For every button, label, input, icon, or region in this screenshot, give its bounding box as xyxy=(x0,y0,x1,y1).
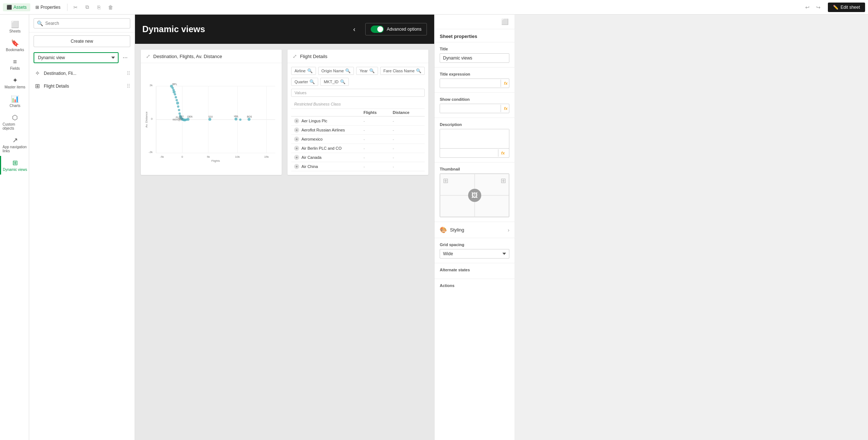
scatter-svg: 2k 0 -2k -5k 0 5k 10k 15k xyxy=(144,67,278,171)
header-airline xyxy=(294,110,363,115)
undo-button[interactable]: ↩ xyxy=(802,2,813,12)
description-fx-button[interactable]: fx xyxy=(498,149,508,157)
add-airline-btn[interactable]: + xyxy=(294,137,299,142)
sheet-properties-header: Sheet properties xyxy=(435,29,514,42)
view-type-select[interactable]: Dynamic view xyxy=(34,52,119,63)
filter-mkt-label: MKT_ID xyxy=(324,80,338,84)
table-row[interactable]: + Air Berlin PLC and CO - - xyxy=(291,144,425,153)
edit-sheet-button[interactable]: ✏️ Edit sheet xyxy=(828,3,865,12)
redo-button[interactable]: ↪ xyxy=(813,2,823,12)
distance-cell: - xyxy=(393,137,422,141)
show-condition-input[interactable] xyxy=(440,104,501,113)
filter-quarter[interactable]: Quarter 🔍 xyxy=(291,78,318,86)
asset-list: ✧ Destination, Fli... ⠿ ⊞ Flight Details… xyxy=(29,65,135,94)
distance-cell: - xyxy=(393,119,422,123)
sidebar-item-custom-objects[interactable]: ⬡ Custom objects xyxy=(0,111,29,133)
styling-row[interactable]: 🎨 Styling › xyxy=(435,222,514,238)
asset-item-scatter-drag[interactable]: ⠿ xyxy=(127,70,130,76)
table-row[interactable]: + Air Canada - - xyxy=(291,153,425,162)
airline-label: Aer Lingus Plc xyxy=(301,119,327,123)
airline-name-cell: + Air Berlin PLC and CO xyxy=(294,146,363,151)
svg-point-29 xyxy=(178,112,181,115)
svg-text:HNL: HNL xyxy=(234,115,239,118)
paste-button[interactable]: ⎘ xyxy=(94,2,104,12)
sidebar-item-sheets[interactable]: ⬜ Sheets xyxy=(0,18,29,36)
properties-tab[interactable]: ⊞ Properties xyxy=(32,3,64,11)
description-wrap: fx xyxy=(440,129,509,158)
asset-item-table[interactable]: ⊞ Flight Details ⠿ xyxy=(29,80,135,92)
add-airline-btn[interactable]: + xyxy=(294,155,299,160)
sidebar-item-master-items[interactable]: ✦ Master items xyxy=(0,73,29,92)
add-airline-btn[interactable]: + xyxy=(294,127,299,133)
flight-details-expand-icon[interactable]: ⤢ xyxy=(293,53,297,59)
sidebar-item-app-nav[interactable]: ↗ App navigation links xyxy=(0,133,29,156)
delete-button[interactable]: 🗑 xyxy=(105,2,116,12)
grid-spacing-section: Grid spacing Wide Medium Narrow xyxy=(435,238,514,263)
sidebar-item-app-nav-label: App navigation links xyxy=(3,145,27,153)
filter-origin-name[interactable]: Origin Name 🔍 xyxy=(318,67,354,75)
undo-redo-group: ↩ ↪ xyxy=(802,2,823,12)
add-airline-btn[interactable]: + xyxy=(294,146,299,151)
sidebar-item-bookmarks[interactable]: 🔖 Bookmarks xyxy=(0,36,29,55)
sheet-layout-button[interactable]: ⬜ xyxy=(500,17,510,27)
filter-mkt-search-icon: 🔍 xyxy=(340,79,346,84)
filter-mkt-id[interactable]: MKT_ID 🔍 xyxy=(320,78,348,86)
search-input[interactable] xyxy=(45,21,127,26)
airline-name-cell: + Air China xyxy=(294,164,363,169)
show-condition-fx-button[interactable]: fx xyxy=(501,105,509,112)
svg-text:VQS: VQS xyxy=(177,118,181,121)
title-expression-fx-button[interactable]: fx xyxy=(501,80,509,87)
filter-fare-class[interactable]: Fare Class Name 🔍 xyxy=(380,67,425,75)
airline-label: Aeromexico xyxy=(301,137,323,141)
title-expression-section: Title expression fx xyxy=(435,68,514,93)
title-input[interactable] xyxy=(440,53,509,63)
svg-point-49 xyxy=(235,118,238,120)
sidebar-item-charts-label: Charts xyxy=(9,104,20,108)
svg-point-23 xyxy=(174,93,176,95)
table-row[interactable]: + Aeroflot Russian Airlines - - xyxy=(291,126,425,135)
title-expression-input[interactable] xyxy=(440,79,501,88)
assets-tab[interactable]: ⬛ Assets xyxy=(3,3,30,11)
svg-point-24 xyxy=(175,96,177,98)
add-airline-btn[interactable]: + xyxy=(294,118,299,123)
flights-cell: - xyxy=(363,164,393,169)
asset-item-table-drag[interactable]: ⠿ xyxy=(127,83,130,89)
description-textarea[interactable] xyxy=(440,129,509,148)
fields-icon: ≡ xyxy=(13,58,17,65)
advanced-options-button[interactable]: Advanced options xyxy=(365,23,427,35)
dynamic-views-header: Dynamic views ‹ Advanced options xyxy=(135,15,434,44)
table-row[interactable]: + Aer Lingus Plc - - xyxy=(291,116,425,126)
thumbnail-upload-button[interactable]: 🖼 xyxy=(468,189,481,202)
right-panel-top: ⬜ xyxy=(435,15,514,29)
add-airline-btn[interactable]: + xyxy=(294,164,299,169)
filter-year[interactable]: Year 🔍 xyxy=(356,67,378,75)
dv-collapse-button[interactable]: ‹ xyxy=(349,24,359,34)
right-panel: ⬜ Sheet properties Title Title expressio… xyxy=(434,15,514,440)
scatter-expand-icon[interactable]: ⤢ xyxy=(146,53,150,59)
filter-quarter-search-icon: 🔍 xyxy=(309,79,315,84)
table-row[interactable]: + Air China - - xyxy=(291,162,425,171)
thumbnail-grid-icon-tl: ⊞ xyxy=(443,177,448,185)
sidebar-item-dynamic-views[interactable]: ⊞ Dynamic views xyxy=(0,156,29,175)
cut-button[interactable]: ✂ xyxy=(70,2,81,12)
table-row[interactable]: + Aeromexico - - xyxy=(291,135,425,144)
search-input-wrap[interactable]: 🔍 xyxy=(34,18,130,28)
more-options-button[interactable]: ··· xyxy=(120,53,130,63)
thumbnail-container[interactable]: ⊞ ⊞ 🖼 xyxy=(440,173,509,217)
properties-tab-icon: ⊞ xyxy=(35,5,39,10)
sidebar-item-fields[interactable]: ≡ Fields xyxy=(0,55,29,73)
asset-item-scatter[interactable]: ✧ Destination, Fli... ⠿ xyxy=(29,67,135,80)
sidebar-item-charts[interactable]: 📊 Charts xyxy=(0,92,29,111)
description-fx-row: fx xyxy=(440,148,509,157)
app-nav-icon: ↗ xyxy=(12,137,18,144)
bookmarks-icon: 🔖 xyxy=(11,40,19,46)
create-new-button[interactable]: Create new xyxy=(34,35,130,47)
filter-airline[interactable]: Airline 🔍 xyxy=(291,67,316,75)
advanced-options-toggle[interactable] xyxy=(371,26,384,33)
title-expression-label: Title expression xyxy=(440,72,509,76)
sheet-properties-label: Sheet properties xyxy=(440,34,477,39)
copy-button[interactable]: ⧉ xyxy=(82,2,92,12)
grid-spacing-select[interactable]: Wide Medium Narrow xyxy=(440,249,509,259)
thumbnail-section: Thumbnail ⊞ ⊞ 🖼 xyxy=(435,162,514,222)
airline-name-cell: + Aeromexico xyxy=(294,137,363,142)
